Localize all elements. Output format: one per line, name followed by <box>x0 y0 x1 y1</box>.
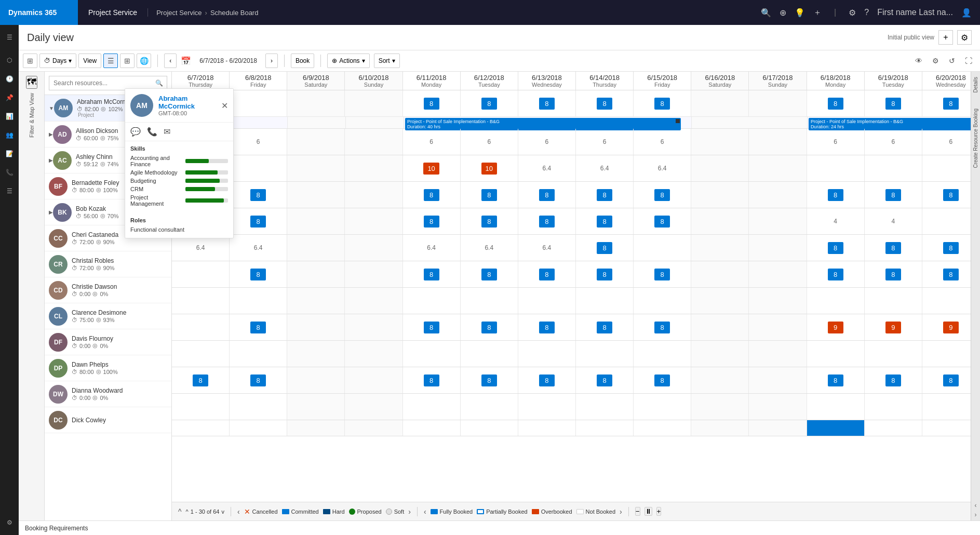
grid-cell <box>287 288 345 314</box>
actions-dropdown[interactable]: ⊕ Actions ▾ <box>327 54 369 68</box>
avatar: AC <box>53 151 72 170</box>
grid-cell <box>691 129 749 155</box>
hours-icon: ⏱ <box>72 239 77 245</box>
list-item[interactable]: DF Davis Flournoy ⏱ 0:00 ◎ 0% <box>45 329 171 355</box>
grid-cell <box>749 420 807 436</box>
list-view-button[interactable]: ☰ <box>103 54 118 68</box>
sort-chevron-icon: ▾ <box>392 57 395 64</box>
map-filter-icon[interactable]: 🗺 <box>26 76 37 89</box>
grid-cell <box>691 420 749 436</box>
notes-icon[interactable]: 📝 <box>1 145 18 162</box>
zoom-in-button[interactable]: + <box>656 507 662 516</box>
table-row <box>172 420 980 436</box>
pin-icon[interactable]: 📌 <box>1 89 18 106</box>
view-dropdown[interactable]: View <box>78 54 101 68</box>
phone-icon[interactable]: 📞 <box>147 127 157 137</box>
filter-map-view-label[interactable]: Filter & Map View <box>29 93 35 138</box>
book-button[interactable]: Book <box>291 54 314 68</box>
pause-button[interactable]: ⏸ <box>645 507 652 516</box>
list-item[interactable]: CD Christie Dawson ⏱ 0:00 ◎ 0% <box>45 277 171 303</box>
prev-status-button[interactable]: ‹ <box>424 507 426 516</box>
hours-badge: 8 <box>597 98 612 110</box>
resource-hours: 59:12 <box>84 161 98 167</box>
right-panel-toggle[interactable]: Details Create Resource Booking ‹ › <box>971 72 980 520</box>
skill-row: Project Management <box>130 194 228 207</box>
settings2-icon[interactable]: ⚙ <box>1 514 18 531</box>
prev-date-button[interactable]: ‹ <box>164 54 177 68</box>
fullscreen-icon[interactable]: ⛶ <box>961 54 976 68</box>
days-dropdown[interactable]: ⏱ Days ▾ <box>39 54 76 68</box>
expand-icon[interactable]: ▶ <box>49 131 53 137</box>
chart-icon[interactable]: 📊 <box>1 108 18 125</box>
add-view-button[interactable]: + <box>938 30 953 45</box>
expand-icon[interactable]: ▶ <box>49 209 53 215</box>
user-name[interactable]: First name Last na... <box>877 8 953 17</box>
resource-info: Dianna Woodward ⏱ 0:00 ◎ 0% <box>72 387 167 401</box>
avatar: DC <box>49 411 68 430</box>
app-name[interactable]: Project Service <box>78 8 148 17</box>
hours-icon: ⏱ <box>72 291 77 297</box>
collapse-bottom-button[interactable]: ^ <box>178 507 182 516</box>
home-icon[interactable]: ⬡ <box>1 52 18 69</box>
legend-committed: Committed <box>282 509 319 515</box>
hours-badge: 8 <box>943 189 959 201</box>
filter-icon[interactable]: ⊞ <box>23 54 37 68</box>
table-row: 8 8 8 8 8 8 8 8 8 <box>172 367 980 394</box>
breadcrumb-item-1[interactable]: Project Service <box>156 9 202 17</box>
page-prev-icon[interactable]: ^ <box>186 509 189 515</box>
top-navigation: Dynamics 365 Project Service Project Ser… <box>0 0 980 25</box>
grid-cell: 8 <box>576 367 634 393</box>
calendar-icon[interactable]: 📅 <box>181 56 191 66</box>
grid-cell <box>807 155 865 181</box>
list-item[interactable]: DP Dawn Phelps ⏱ 80:00 ◎ 100% <box>45 355 171 381</box>
prev-legend-button[interactable]: ‹ <box>237 507 240 516</box>
grid-cell <box>691 208 749 234</box>
date-day: Monday <box>808 82 863 88</box>
chat-icon[interactable]: 💬 <box>130 127 141 137</box>
phone-icon[interactable]: 📞 <box>1 164 18 181</box>
toolbar-settings-icon[interactable]: ⚙ <box>928 54 943 68</box>
globe-view-button[interactable]: 🌐 <box>137 54 151 68</box>
avatar: DP <box>49 359 68 378</box>
collapse-icon[interactable]: ▼ <box>49 105 54 111</box>
grid-cell: 8 <box>461 182 518 208</box>
hours-badge: 8 <box>481 374 497 386</box>
panel-arrow-icon: ‹ <box>975 502 977 509</box>
info-icon[interactable]: 💡 <box>795 8 805 18</box>
list-item[interactable]: CR Christal Robles ⏱ 72:00 ◎ 90% <box>45 251 171 277</box>
popup-name[interactable]: Abraham McCormick <box>158 95 221 110</box>
brand-logo[interactable]: Dynamics 365 <box>0 0 78 25</box>
refresh-icon[interactable]: ↺ <box>945 54 959 68</box>
grid-view-button[interactable]: ⊞ <box>120 54 135 68</box>
settings-icon[interactable]: ⚙ <box>849 8 856 18</box>
settings-view-button[interactable]: ⚙ <box>957 30 972 45</box>
book-label: Book <box>296 57 310 64</box>
grid-cell: 8 <box>230 182 287 208</box>
hamburger-menu[interactable]: ☰ <box>1 29 18 46</box>
people-icon[interactable]: 👥 <box>1 127 18 143</box>
popup-close-button[interactable]: ✕ <box>221 101 228 111</box>
help-icon[interactable]: ? <box>864 8 869 17</box>
add-icon[interactable]: ＋ <box>813 7 822 18</box>
sort-dropdown[interactable]: Sort ▾ <box>374 54 400 68</box>
next-status-button[interactable]: › <box>620 507 622 516</box>
recent-icon[interactable]: 🕐 <box>1 71 18 87</box>
page-next-icon[interactable]: v <box>221 509 224 515</box>
breadcrumb-item-2[interactable]: Schedule Board <box>210 9 259 17</box>
grid-cell <box>749 394 807 420</box>
list-item[interactable]: CL Clarence Desimone ⏱ 75:00 ◎ 93% <box>45 303 171 329</box>
user-avatar-icon[interactable]: 👤 <box>961 8 972 18</box>
email-icon[interactable]: ✉ <box>164 127 170 137</box>
list-item[interactable]: DW Dianna Woodward ⏱ 0:00 ◎ 0% <box>45 381 171 407</box>
search-icon[interactable]: 🔍 <box>761 8 771 18</box>
eye-icon[interactable]: 👁 <box>911 54 926 68</box>
zoom-out-button[interactable]: − <box>635 507 640 516</box>
next-legend-button[interactable]: › <box>408 507 411 516</box>
next-date-button[interactable]: › <box>265 54 278 68</box>
target-icon[interactable]: ⊕ <box>780 8 786 18</box>
list-item[interactable]: DC Dick Cowley <box>45 407 171 433</box>
list-icon[interactable]: ☰ <box>1 183 18 199</box>
avatar: CL <box>49 307 68 326</box>
expand-icon[interactable]: ▶ <box>49 157 53 163</box>
grid-cell <box>403 420 461 436</box>
